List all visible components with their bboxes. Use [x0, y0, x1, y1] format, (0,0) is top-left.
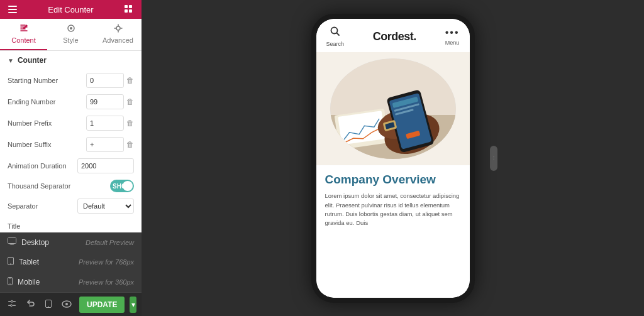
eye-icon[interactable]	[59, 297, 74, 312]
ending-number-label: Ending Number	[8, 98, 86, 106]
phone-brand: Cordest.	[373, 30, 416, 43]
starting-number-row: Starting Number 🗑	[0, 70, 142, 91]
number-suffix-input-wrap: 🗑	[86, 137, 134, 152]
phone-hero-oval	[330, 58, 456, 159]
tablet-icon	[8, 257, 14, 267]
svg-point-8	[70, 27, 72, 30]
left-panel: Edit Counter Content	[0, 0, 142, 316]
animation-duration-input[interactable]	[77, 158, 134, 173]
content-tab-icon	[19, 24, 28, 35]
phone-menu-label: Menu	[445, 40, 460, 46]
update-button[interactable]: UPDATE	[79, 297, 125, 313]
svg-rect-1	[8, 9, 17, 10]
thousand-separator-toggle[interactable]: SHOW	[110, 180, 134, 192]
ending-number-input[interactable]	[86, 94, 124, 109]
svg-point-14	[9, 283, 10, 284]
phone-company-title: Company Overview	[325, 173, 461, 187]
number-prefix-row: Number Prefix 🗑	[0, 112, 142, 134]
thousand-separator-row: Thousand Separator SHOW	[0, 177, 142, 195]
svg-rect-6	[129, 9, 132, 13]
ending-number-row: Ending Number 🗑	[0, 91, 142, 112]
phone-content: Company Overview Lorem ipsum dolor sit a…	[316, 165, 470, 298]
advanced-tab-icon	[114, 24, 123, 35]
separator-row: Separator Default Comma Period Space	[0, 195, 142, 217]
number-prefix-input-wrap: 🗑	[86, 116, 134, 131]
svg-point-22	[48, 306, 49, 307]
mobile-preview-icon[interactable]	[43, 297, 54, 312]
separator-select[interactable]: Default Comma Period Space	[77, 199, 134, 214]
number-suffix-input[interactable]	[86, 137, 124, 152]
svg-point-24	[65, 303, 68, 305]
panel-tabs: Content Style Advanced	[0, 19, 142, 51]
tab-content[interactable]: Content	[0, 19, 47, 50]
phone-nav-search: Search	[326, 26, 345, 47]
svg-point-17	[11, 300, 13, 302]
tab-advanced[interactable]: Advanced	[94, 19, 142, 50]
thousand-separator-toggle-container: SHOW	[110, 180, 134, 192]
phone-search-label: Search	[326, 41, 345, 47]
starting-number-input-wrap: 🗑	[86, 73, 134, 88]
grid-icon[interactable]	[123, 5, 135, 14]
phone-hero	[316, 52, 470, 165]
counter-section-header[interactable]: ▼ Counter	[0, 51, 142, 70]
bottom-toolbar: UPDATE ▾	[0, 292, 142, 316]
number-prefix-clear-icon[interactable]: 🗑	[126, 119, 134, 128]
panel-title: Edit Counter	[19, 5, 123, 14]
mobile-icon	[8, 277, 13, 287]
animation-duration-row: Animation Duration	[0, 155, 142, 177]
starting-number-input[interactable]	[86, 73, 124, 88]
title-label-row: Title	[0, 217, 142, 232]
device-mobile[interactable]: Mobile Preview for 360px	[0, 272, 142, 292]
svg-point-12	[10, 263, 11, 264]
advanced-tab-label: Advanced	[103, 36, 133, 44]
starting-number-clear-icon[interactable]: 🗑	[126, 76, 134, 85]
thousand-separator-label: Thousand Separator	[8, 182, 110, 190]
desktop-icon	[8, 237, 16, 247]
svg-rect-10	[8, 238, 16, 244]
title-field-label: Title	[8, 222, 134, 230]
settings-icon[interactable]	[5, 297, 19, 312]
number-suffix-label: Number Suffix	[8, 141, 86, 148]
section-title: Counter	[18, 56, 47, 65]
right-area: ⋮ Search Cordest. ••• Menu	[142, 0, 644, 316]
panel-content: ▼ Counter Starting Number 🗑 Ending Numbe…	[0, 51, 142, 232]
update-arrow-button[interactable]: ▾	[130, 297, 136, 313]
hamburger-icon[interactable]	[6, 6, 19, 13]
phone-body-text: Lorem ipsum dolor sit amet, consectetur …	[325, 192, 461, 227]
phone-nav-menu: ••• Menu	[445, 27, 460, 46]
phone-menu-dots-icon: •••	[445, 27, 460, 38]
mobile-label: Mobile	[18, 278, 74, 286]
starting-number-label: Starting Number	[8, 77, 86, 84]
style-tab-icon	[67, 24, 75, 35]
svg-rect-18	[8, 305, 11, 307]
phone-mockup: Search Cordest. ••• Menu	[311, 14, 475, 303]
tablet-preview: Preview for 768px	[79, 258, 134, 266]
resize-handle-dots: ⋮	[491, 156, 496, 161]
svg-rect-5	[125, 9, 128, 13]
svg-rect-4	[129, 5, 132, 8]
number-suffix-row: Number Suffix 🗑	[0, 134, 142, 155]
separator-select-wrap: Default Comma Period Space	[77, 199, 134, 214]
phone-search-icon	[330, 26, 340, 40]
undo-icon[interactable]	[24, 297, 38, 312]
tablet-label: Tablet	[19, 258, 74, 266]
section-chevron-icon: ▼	[8, 57, 14, 64]
number-suffix-clear-icon[interactable]: 🗑	[126, 140, 134, 149]
number-prefix-input[interactable]	[86, 116, 124, 131]
phone-nav: Search Cordest. ••• Menu	[316, 19, 470, 52]
device-tablet[interactable]: Tablet Preview for 768px	[0, 252, 142, 272]
tab-style[interactable]: Style	[47, 19, 94, 50]
ending-number-clear-icon[interactable]: 🗑	[126, 97, 134, 106]
device-switcher: Desktop Default Preview Tablet Preview f…	[0, 232, 142, 292]
separator-label: Separator	[8, 202, 77, 210]
toggle-show-label: SHOW	[113, 183, 132, 190]
device-desktop[interactable]: Desktop Default Preview	[0, 232, 142, 252]
svg-rect-19	[13, 305, 16, 307]
animation-duration-input-wrap	[77, 158, 134, 173]
resize-handle[interactable]: ⋮	[490, 146, 497, 171]
desktop-label: Desktop	[21, 238, 80, 247]
svg-rect-0	[8, 6, 17, 7]
content-tab-label: Content	[11, 36, 36, 44]
phone-screen: Search Cordest. ••• Menu	[316, 19, 470, 298]
ending-number-input-wrap: 🗑	[86, 94, 134, 109]
